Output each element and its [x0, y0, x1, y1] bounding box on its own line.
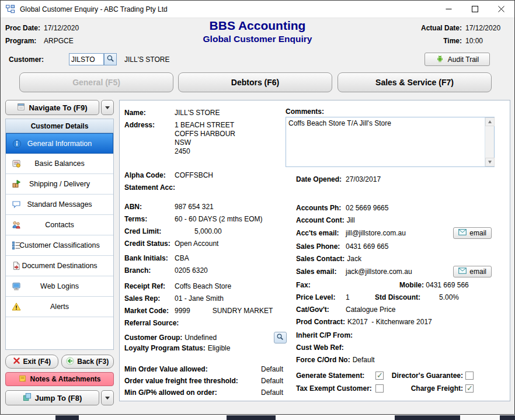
sidebar-item-standard-messages[interactable]: Standard Messages — [6, 195, 113, 215]
generate-statement-label: Generate Statement: — [296, 372, 375, 380]
sidebar-item-label: Standard Messages — [27, 200, 92, 209]
tax-exempt-checkbox[interactable] — [375, 384, 384, 393]
directors-guarantee-checkbox[interactable] — [465, 372, 474, 380]
field-min-gp: Min G/P% allowed on order: Default — [124, 388, 283, 400]
tab-debtors[interactable]: Debtors (F6) — [178, 72, 332, 92]
taskbar-app-sliver[interactable] — [227, 415, 276, 420]
customer-group-lookup-button[interactable] — [274, 332, 287, 343]
sidebar-item-label: Basic Balances — [34, 159, 84, 168]
sidebar-item-web-logins[interactable]: Web Logins — [6, 276, 113, 297]
app-window: Global Customer Enquiry - ABC Trading Pt… — [0, 0, 515, 415]
info-icon — [12, 139, 22, 148]
field-price-level-discount: Price Level: 1 Std Discount: 5.00% — [296, 291, 506, 303]
field-freight-threshold: Order value freight free threshold: Defa… — [124, 377, 283, 388]
minimize-button[interactable] — [436, 1, 462, 18]
maximize-button[interactable] — [462, 1, 488, 18]
app-icon — [5, 4, 15, 14]
field-branch: Branch: 0205 6320 — [124, 266, 287, 279]
sidebar-item-shipping-delivery[interactable]: Shipping / Delivery — [6, 174, 113, 195]
field-credit-status: Credit Status: Open Account — [124, 239, 287, 252]
price-level-value: 1 — [346, 293, 375, 301]
comments-text[interactable]: Coffs Beach Store T/A Jill's Store — [288, 119, 482, 165]
main-panel: Name: JILL'S STORE Address: 1 BEACH STRE… — [119, 100, 510, 401]
sidebar-item-basic-balances[interactable]: Basic Balances — [6, 154, 113, 174]
notes-attachments-label: Notes & Attachments — [30, 375, 101, 383]
sidebar-panel: Customer Details General Information Bas… — [5, 119, 114, 350]
tab-sales-service[interactable]: Sales & Service (F7) — [337, 72, 492, 92]
sidebar-item-document-destinations[interactable]: Document Destinations — [6, 256, 113, 276]
sidebar-item-label: Customer Classifications — [19, 241, 100, 249]
field-min-order: Min Order Value allowed: Default — [124, 365, 283, 377]
sales-email-button[interactable]: email — [453, 266, 492, 277]
program-value: ARPGCE — [44, 37, 74, 45]
chevron-down-icon — [105, 397, 110, 400]
field-market-code: Market Code: 9999 SUNDRY MARKET — [124, 307, 287, 319]
sidebar-item-alerts[interactable]: Alerts — [6, 297, 113, 317]
tab-general[interactable]: General (F5) — [19, 72, 173, 92]
directors-guarantee-label: Director's Guarantee: — [389, 372, 465, 380]
screen-title: Global Customer Enquiry — [106, 33, 409, 45]
time-value: 10:00 — [465, 34, 509, 47]
navigate-to-dropdown[interactable] — [101, 100, 114, 115]
sidebar-item-label: Document Destinations — [22, 262, 97, 270]
scroll-down-button[interactable] — [485, 158, 495, 166]
sidebar-item-customer-classifications[interactable]: Customer Classifications — [6, 235, 113, 256]
comments-scrollbar[interactable] — [485, 117, 494, 166]
sidebar-item-contacts[interactable]: Contacts — [6, 215, 113, 235]
app-title: BBS Accounting — [106, 18, 409, 33]
field-sales-contact: Sales Contact: Jack — [296, 252, 506, 265]
accounts-email-button[interactable]: email — [453, 227, 492, 239]
navigate-to-button[interactable]: Navigate To (F9) — [5, 100, 99, 115]
market-code-desc: SUNDRY MARKET — [213, 307, 273, 315]
arrow-down-icon — [488, 161, 492, 164]
sidebar-item-label: Web Logins — [40, 282, 79, 290]
navigate-to-label: Navigate To (F9) — [29, 103, 87, 112]
sidebar-section-header: Customer Details — [6, 119, 113, 133]
field-force-cord: Force C/Ord No: Default — [296, 353, 506, 366]
header-left: Proc Date: 17/12/2020 Program: ARPGCE — [5, 22, 79, 47]
exit-label: Exit (F4) — [23, 357, 51, 366]
details-left-column: Name: JILL'S STORE Address: 1 BEACH STRE… — [124, 109, 287, 356]
sidebar-item-label: Alerts — [50, 303, 69, 311]
details-right-column: Comments: Coffs Beach Store T/A Jill's S… — [296, 107, 506, 395]
charge-freight-checkbox[interactable] — [465, 384, 474, 393]
exit-icon — [13, 357, 20, 366]
field-cat-gov: Cat/Gov't: Catalogue Price — [296, 303, 506, 315]
audit-icon — [436, 54, 444, 65]
charge-freight-label: Charge Freight: — [389, 384, 465, 393]
email-icon — [458, 229, 467, 237]
comments-box[interactable]: Coffs Beach Store T/A Jill's Store — [286, 117, 495, 167]
std-discount-label: Std Discount: — [375, 293, 420, 301]
jump-to-button[interactable]: Jump To (F8) — [5, 390, 99, 405]
generate-statement-checkbox[interactable] — [375, 372, 384, 380]
customer-code-input[interactable] — [69, 53, 104, 65]
taskbar-app-sliver[interactable] — [395, 415, 460, 420]
sidebar-item-general-information[interactable]: General Information — [6, 133, 113, 154]
field-inherit-cp: Inherit C/P From: — [296, 329, 506, 341]
header-right: Actual Date: 17/12/2020 Time: 10:00 — [421, 22, 509, 47]
back-button[interactable]: Back (F3) — [61, 355, 114, 369]
scroll-up-button[interactable] — [485, 117, 495, 126]
taskbar-app-sliver[interactable] — [55, 415, 79, 420]
field-receipt-ref: Receipt Ref: Coffs Beach Store — [124, 282, 287, 294]
audit-trail-button[interactable]: Audit Trail — [424, 53, 490, 66]
std-discount-value: 5.00% — [439, 293, 459, 301]
close-button[interactable] — [488, 1, 514, 18]
notes-attachments-button[interactable]: Notes & Attachments — [5, 372, 114, 386]
field-address: Address: 1 BEACH STREET COFFS HARBOUR NS… — [124, 121, 287, 156]
checkbox-row-2: Tax Exempt Customer: Charge Freight: — [296, 382, 506, 395]
time-label: Time: — [421, 34, 462, 47]
field-sales-phone: Sales Phone: 0431 669 665 — [296, 240, 506, 252]
field-accts-email: Acc'ts email: jill@jillstore.com.au emai… — [296, 226, 506, 240]
address-line: 2450 — [175, 147, 235, 156]
taskbar-app-sliver[interactable] — [500, 415, 515, 420]
exit-button[interactable]: Exit (F4) — [5, 355, 58, 369]
navigate-icon — [17, 103, 25, 113]
field-cred-limit: Cred Limit: 5,000.00 — [124, 227, 287, 239]
jump-to-dropdown[interactable] — [101, 390, 114, 405]
customer-lookup-button[interactable] — [104, 53, 117, 65]
checkbox-row-1: Generate Statement: Director's Guarantee… — [296, 369, 506, 382]
tax-exempt-label: Tax Exempt Customer: — [296, 384, 375, 393]
field-prod-contract: Prod Contract: K2017 - Kitchenware 2017 — [296, 315, 506, 328]
field-account-cont: Account Cont: Jill — [296, 214, 506, 226]
